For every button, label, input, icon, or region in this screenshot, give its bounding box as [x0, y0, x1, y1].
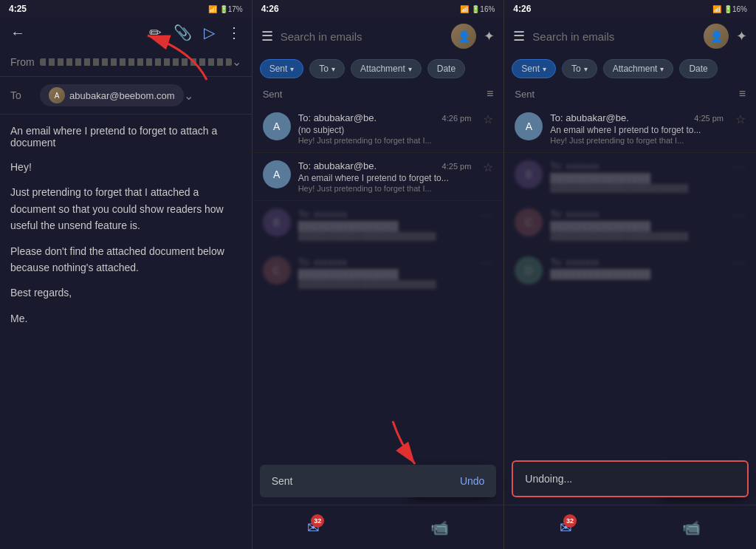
- email-star-1[interactable]: ☆: [483, 112, 493, 126]
- video-icon-2[interactable]: 📹: [430, 519, 449, 536]
- email-content-2: To: abubakar@be. 4:25 pm An email where …: [298, 160, 472, 193]
- attach-icon[interactable]: 📎: [173, 24, 192, 41]
- wifi-icon: 📶: [208, 5, 217, 13]
- filter-lines-icon-2[interactable]: ≡: [487, 87, 493, 100]
- filter-date-3[interactable]: Date: [679, 59, 717, 78]
- filter-sent-2[interactable]: Sent ▾: [260, 59, 304, 78]
- undoing-text: Undoing...: [525, 473, 572, 485]
- filter-to-label-3: To: [571, 64, 581, 74]
- email-avatar-3-1: A: [515, 112, 543, 140]
- blurred-3-content-2: To: xxxxxxx --:-- ████████████████ █████…: [550, 208, 746, 241]
- compose-body-p2: Please don't find the attached document …: [10, 243, 241, 276]
- edit-icon[interactable]: ✏: [149, 24, 162, 41]
- from-value: [40, 58, 232, 66]
- blurred-3-to-1: To: xxxxxxx: [550, 160, 599, 171]
- email-item-2[interactable]: A To: abubakar@be. 4:25 pm An email wher…: [252, 153, 504, 201]
- hamburger-icon-3[interactable]: ☰: [513, 28, 525, 44]
- blurred-top-1: To: xxxxxxx --:--: [298, 208, 494, 219]
- filter-attachment-3[interactable]: Attachment ▾: [603, 59, 674, 78]
- email-item-3-blurred-2: C To: xxxxxxx --:-- ████████████████ ███…: [504, 201, 756, 249]
- status-bar-1: 4:25 📶 🔋17%: [0, 0, 252, 18]
- filter-to-3[interactable]: To ▾: [562, 59, 597, 78]
- blurred-3-subject-3: ████████████████: [550, 269, 746, 279]
- email-item-3-blurred-1: B To: xxxxxxx --:-- ████████████████ ███…: [504, 153, 756, 201]
- mail-tab-2[interactable]: ✉ 32: [307, 519, 320, 536]
- compose-signoff: Best regards,: [10, 284, 241, 301]
- filter-row-3: Sent ▾ To ▾ Attachment ▾ Date: [504, 55, 756, 83]
- blurred-to-1: To: xxxxxxx: [298, 208, 347, 219]
- gmail-panel-3: 4:26 📶 🔋16% ☰ 👤 ✦ Sent ▾ To ▾ Attachment…: [504, 0, 756, 549]
- more-icon[interactable]: ⋮: [227, 24, 241, 41]
- filter-attach-chevron-3: ▾: [660, 65, 664, 73]
- user-avatar-2[interactable]: 👤: [451, 24, 476, 49]
- email-star-2[interactable]: ☆: [483, 160, 493, 174]
- sent-label-2: Sent: [263, 89, 283, 100]
- filter-row-2: Sent ▾ To ▾ Attachment ▾ Date: [252, 55, 504, 83]
- user-avatar-3[interactable]: 👤: [704, 24, 729, 49]
- filter-attachment-2[interactable]: Attachment ▾: [351, 59, 422, 78]
- email-preview-1: Hey! Just pretending to forget that I...: [298, 136, 472, 145]
- sparkle-icon-2[interactable]: ✦: [484, 28, 495, 44]
- search-input-3[interactable]: [532, 30, 696, 43]
- filter-lines-icon-3[interactable]: ≡: [739, 87, 746, 100]
- email-time-1: 4:26 pm: [442, 114, 472, 123]
- blurred-3-time-2: --:--: [732, 210, 746, 219]
- email-star-3-1[interactable]: ☆: [735, 112, 746, 126]
- blurred-time-1: --:--: [481, 210, 494, 219]
- snackbar-text-2: Sent: [272, 475, 293, 487]
- email-item-blurred-2: C To: xxxxxxx --:-- ████████████████ ███…: [252, 249, 504, 297]
- email-subject-1: (no subject): [298, 125, 472, 135]
- email-to-3-1: To: abubakar@be.: [550, 112, 628, 123]
- video-icon-3[interactable]: 📹: [682, 519, 701, 536]
- to-chevron-icon[interactable]: ⌄: [184, 89, 193, 103]
- battery-icon: 🔋17%: [219, 5, 243, 13]
- status-icons-1: 📶 🔋17%: [208, 5, 243, 13]
- blurred-3-subject-2: ████████████████: [550, 221, 746, 231]
- blurred-subject-1: ████████████████: [298, 221, 494, 231]
- email-item-blurred-1: B To: xxxxxxx --:-- ████████████████ ███…: [252, 201, 504, 249]
- blurred-3-preview-2: ████████████████████████: [550, 232, 746, 241]
- blurred-3-time-1: --:--: [732, 162, 746, 171]
- to-avatar: A: [49, 87, 65, 103]
- blurred-avatar-1: B: [263, 208, 291, 236]
- blurred-subject-2: ████████████████: [298, 269, 494, 279]
- send-icon[interactable]: ▷: [204, 24, 215, 41]
- snackbar-undo-2[interactable]: Undo: [460, 475, 484, 487]
- hamburger-icon-2[interactable]: ☰: [261, 28, 273, 44]
- email-content-3-1: To: abubakar@be. 4:25 pm An email where …: [550, 112, 724, 145]
- gmail-header-3: ☰ 👤 ✦: [504, 18, 756, 55]
- filter-to-label-2: To: [319, 64, 329, 74]
- blurred-preview-1: ████████████████████████: [298, 232, 494, 241]
- blurred-3-preview-1: ████████████████████████: [550, 184, 746, 193]
- undoing-box: Undoing...: [512, 460, 749, 497]
- compose-subject: An email where I pretend to forget to at…: [10, 125, 241, 149]
- email-item-1[interactable]: A To: abubakar@be. 4:26 pm (no subject) …: [252, 105, 504, 153]
- mail-tab-3[interactable]: ✉ 32: [560, 519, 572, 536]
- battery-icon-2: 🔋16%: [471, 5, 495, 13]
- from-chevron-icon[interactable]: ⌄: [232, 55, 241, 69]
- blurred-content-1: To: xxxxxxx --:-- ████████████████ █████…: [298, 208, 494, 241]
- blurred-preview-2: ████████████████████████: [298, 280, 494, 289]
- email-item-3-1[interactable]: A To: abubakar@be. 4:25 pm An email wher…: [504, 105, 756, 153]
- mail-badge-3: 32: [563, 514, 577, 528]
- back-icon[interactable]: ←: [10, 24, 25, 41]
- search-input-2[interactable]: [281, 30, 444, 43]
- to-field[interactable]: To A abubakar@beebom.com ⌄: [0, 77, 252, 115]
- blurred-3-to-2: To: xxxxxxx: [550, 208, 599, 219]
- to-email: abubakar@beebom.com: [69, 90, 175, 101]
- blurred-to-2: To: xxxxxxx: [298, 256, 347, 267]
- filter-sent-3[interactable]: Sent ▾: [512, 59, 556, 78]
- to-chip[interactable]: A abubakar@beebom.com: [40, 84, 184, 106]
- sparkle-icon-3[interactable]: ✦: [736, 28, 747, 44]
- blurred-3-top-1: To: xxxxxxx --:--: [550, 160, 746, 171]
- filter-to-2[interactable]: To ▾: [309, 59, 345, 78]
- compose-body[interactable]: An email where I pretend to forget to at…: [0, 115, 252, 549]
- wifi-icon-3: 📶: [712, 5, 721, 13]
- filter-attach-chevron-2: ▾: [408, 65, 412, 73]
- compose-signature: Me.: [10, 310, 241, 327]
- filter-date-2[interactable]: Date: [427, 59, 465, 78]
- filter-sent-label-2: Sent: [269, 64, 288, 74]
- blurred-3-avatar-3: D: [515, 256, 543, 284]
- status-bar-2: 4:26 📶 🔋16%: [252, 0, 504, 18]
- email-time-3-1: 4:25 pm: [694, 114, 724, 123]
